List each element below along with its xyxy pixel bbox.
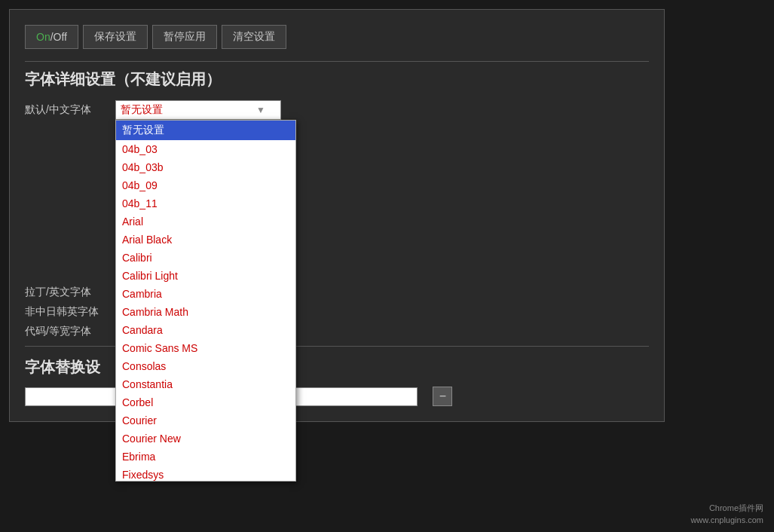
list-item-cambria[interactable]: Cambria [116,285,295,303]
save-button[interactable]: 保存设置 [83,25,148,49]
list-item-1[interactable]: 04b_03 [116,140,295,158]
list-item-candara[interactable]: Candara [116,321,295,339]
list-item-arial[interactable]: Arial [116,212,295,231]
list-item-comic[interactable]: Comic Sans MS [116,339,295,357]
list-item-0[interactable]: 暂无设置 [116,121,295,140]
label-latin-font: 拉丁/英文字体 [25,286,115,299]
bottom-credit: Chrome插件网 www.cnplugins.com [690,503,763,526]
list-item-consolas[interactable]: Consolas [116,357,295,375]
toolbar: On/Off 保存设置 暂停应用 清空设置 [25,25,649,49]
onoff-button[interactable]: On/Off [25,25,78,49]
list-item-constantia[interactable]: Constantia [116,375,295,393]
list-item-ebrima[interactable]: Ebrima [116,448,295,466]
list-item-cambria-math[interactable]: Cambria Math [116,303,295,321]
label-cjk-font: 非中日韩英字体 [25,305,115,319]
dropdown-arrow: ▼ [256,105,265,115]
list-item-corbel[interactable]: Corbel [116,393,295,411]
list-item-3[interactable]: 04b_09 [116,176,295,194]
select-value-default: 暂无设置 [121,103,163,117]
list-item-fixedsys[interactable]: Fixedsys [116,466,295,482]
unicode-range-input[interactable] [282,387,418,406]
pause-button[interactable]: 暂停应用 [152,25,217,49]
font-section-title: 字体详细设置（不建议启用） [25,69,649,90]
list-item-4[interactable]: 04b_11 [116,194,295,212]
credit-line2: www.cnplugins.com [690,515,763,526]
divider-1 [25,61,649,62]
select-display-default[interactable]: 暂无设置 ▼ [115,100,281,120]
list-item-courier[interactable]: Courier [116,411,295,430]
list-item-courier-new[interactable]: Courier New [116,430,295,448]
form-row-default-font: 默认/中文字体 暂无设置 ▼ 暂无设置 04b_03 04b_03b 04b_0… [25,100,649,120]
list-item-calibri[interactable]: Calibri [116,249,295,267]
label-mono-font: 代码/等宽字体 [25,325,115,338]
clear-button[interactable]: 清空设置 [222,25,286,49]
minus-button[interactable]: − [433,387,452,406]
dropdown-list[interactable]: 暂无设置 04b_03 04b_03b 04b_09 04b_11 Arial … [115,120,296,482]
label-default-font: 默认/中文字体 [25,103,115,117]
list-item-2[interactable]: 04b_03b [116,158,295,176]
list-item-calibri-light[interactable]: Calibri Light [116,267,295,285]
list-item-arial-black[interactable]: Arial Black [116,231,295,249]
select-wrapper-default: 暂无设置 ▼ 暂无设置 04b_03 04b_03b 04b_09 04b_11… [115,100,281,120]
main-panel: On/Off 保存设置 暂停应用 清空设置 字体详细设置（不建议启用） 默认/中… [9,9,665,422]
credit-line1: Chrome插件网 [690,503,763,514]
